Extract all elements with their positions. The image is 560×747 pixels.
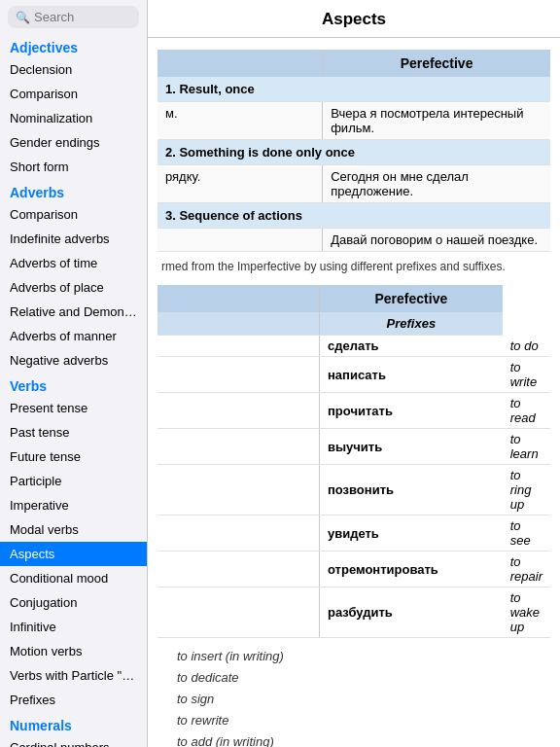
note-text: rmed from the Imperfective by using diff…: [158, 260, 550, 273]
sidebar-item-verbs-with-particle--ся-[interactable]: Verbs with Particle "-ся": [0, 663, 147, 688]
prefix-cell-meaning: to repair: [503, 551, 550, 587]
italic-list-item: to add (in writing): [177, 731, 531, 747]
sidebar-item-past-tense[interactable]: Past tense: [0, 420, 147, 445]
sidebar-item-conditional-mood[interactable]: Conditional mood: [0, 566, 147, 590]
table1-cell-right: Давай поговорим о нашей поездке.: [323, 229, 550, 252]
table1-cell-right: Вчера я посмотрела интересный фильм.: [323, 102, 550, 140]
prefix-cell-empty: [158, 336, 319, 357]
prefix-cell-empty: [158, 587, 319, 638]
sidebar-item-adverbs-of-place[interactable]: Adverbs of place: [0, 275, 147, 300]
sidebar-item-present-tense[interactable]: Present tense: [0, 396, 147, 420]
sidebar-item-declension[interactable]: Declension: [0, 57, 147, 82]
prefix-cell-meaning: to wake up: [503, 587, 550, 638]
search-icon: 🔍: [16, 11, 30, 24]
italic-list: to insert (in writing)to dedicateto sign…: [158, 638, 550, 747]
prefix-cell-empty: [158, 516, 319, 551]
prefix-cell-empty: [158, 551, 319, 587]
prefix-cell-word: прочитать: [319, 393, 502, 429]
sidebar-header-numerals: Numerals: [0, 712, 147, 735]
prefix-cell-empty: [158, 393, 319, 429]
sidebar-header-adjectives: Adjectives: [0, 34, 147, 57]
prefix-col-left-header: [158, 285, 319, 312]
prefix-cell-word: позвонить: [319, 465, 502, 516]
prefix-cell-meaning: to do: [503, 336, 550, 357]
sidebar-item-conjugation[interactable]: Conjugation: [0, 590, 147, 615]
italic-list-item: to insert (in writing): [177, 646, 531, 667]
sidebar-item-gender-endings[interactable]: Gender endings: [0, 130, 147, 155]
sidebar-item-comparison[interactable]: Comparison: [0, 82, 147, 106]
prefix-cell-empty: [158, 357, 319, 393]
sidebar-item-prefixes[interactable]: Prefixes: [0, 688, 147, 712]
sidebar-item-indefinite-adverbs[interactable]: Indefinite adverbs: [0, 227, 147, 251]
sidebar-item-aspects[interactable]: Aspects: [0, 542, 147, 566]
table1-row-header: 3. Sequence of actions: [158, 203, 550, 229]
sidebar-item-nominalization[interactable]: Nominalization: [0, 106, 147, 130]
prefix-cell-word: увидеть: [319, 516, 502, 551]
sidebar-item-modal-verbs[interactable]: Modal verbs: [0, 517, 147, 542]
table1-cell-left: рядку.: [158, 165, 323, 203]
sidebar-item-adverbs-of-manner[interactable]: Adverbs of manner: [0, 324, 147, 348]
sidebar-item-motion-verbs[interactable]: Motion verbs: [0, 639, 147, 663]
sidebar-item-participle[interactable]: Participle: [0, 469, 147, 493]
main-content: Aspects Perefective 1. Result, onceм.Вче…: [148, 0, 560, 747]
prefix-cell-meaning: to learn: [503, 429, 550, 465]
prefix-cell-meaning: to ring up: [503, 465, 550, 516]
sidebar-header-verbs: Verbs: [0, 373, 147, 396]
prefix-table: Perefective Prefixes сделатьto doнаписат…: [158, 285, 550, 638]
table1-row-header: 2. Something is done only once: [158, 140, 550, 165]
prefix-sub-header-empty: [158, 312, 319, 336]
table1-cell-left: м.: [158, 102, 323, 140]
sidebar-item-future-tense[interactable]: Future tense: [0, 445, 147, 469]
table1-cell-right: Сегодня он мне сделал предложение.: [323, 165, 550, 203]
prefix-cell-word: выучить: [319, 429, 502, 465]
sidebar-item-comparison[interactable]: Comparison: [0, 202, 147, 227]
prefix-cell-meaning: to read: [503, 393, 550, 429]
sidebar-nav: AdjectivesDeclensionComparisonNominaliza…: [0, 34, 147, 747]
table1-row-header: 1. Result, once: [158, 77, 550, 102]
prefix-cell-empty: [158, 429, 319, 465]
sidebar-item-negative-adverbs[interactable]: Negative adverbs: [0, 348, 147, 373]
prefix-cell-word: отремонтировать: [319, 551, 502, 587]
search-input[interactable]: [34, 10, 131, 24]
sidebar-item-infinitive[interactable]: Infinitive: [0, 615, 147, 639]
table1-cell-left: [158, 229, 323, 252]
prefix-cell-word: сделать: [319, 336, 502, 357]
prefix-cell-word: написать: [319, 357, 502, 393]
page-title: Aspects: [148, 0, 560, 38]
prefix-sub-header: Prefixes: [319, 312, 502, 336]
search-bar[interactable]: 🔍: [8, 6, 139, 28]
sidebar: 🔍 AdjectivesDeclensionComparisonNominali…: [0, 0, 148, 747]
prefix-cell-empty: [158, 465, 319, 516]
italic-list-item: to rewrite: [177, 710, 531, 731]
prefix-cell-word: разбудить: [319, 587, 502, 638]
prefix-col-right-header: Perefective: [319, 285, 502, 312]
aspects-table-1: Perefective 1. Result, onceм.Вчера я пос…: [158, 50, 550, 252]
sidebar-item-imperative[interactable]: Imperative: [0, 493, 147, 517]
prefix-cell-meaning: to write: [503, 357, 550, 393]
sidebar-header-adverbs: Adverbs: [0, 179, 147, 202]
col-perfective-header: Perefective: [323, 50, 550, 77]
italic-list-item: to sign: [177, 689, 531, 710]
sidebar-item-short-form[interactable]: Short form: [0, 155, 147, 179]
italic-list-item: to dedicate: [177, 667, 531, 689]
col-imperfective-header: [158, 50, 323, 77]
sidebar-item-relative-and-demonstrative...[interactable]: Relative and Demonstrative...: [0, 300, 147, 324]
content-body: Perefective 1. Result, onceм.Вчера я пос…: [148, 38, 560, 747]
sidebar-item-adverbs-of-time[interactable]: Adverbs of time: [0, 251, 147, 275]
prefix-cell-meaning: to see: [503, 516, 550, 551]
sidebar-item-cardinal-numbers[interactable]: Cardinal numbers: [0, 735, 147, 747]
